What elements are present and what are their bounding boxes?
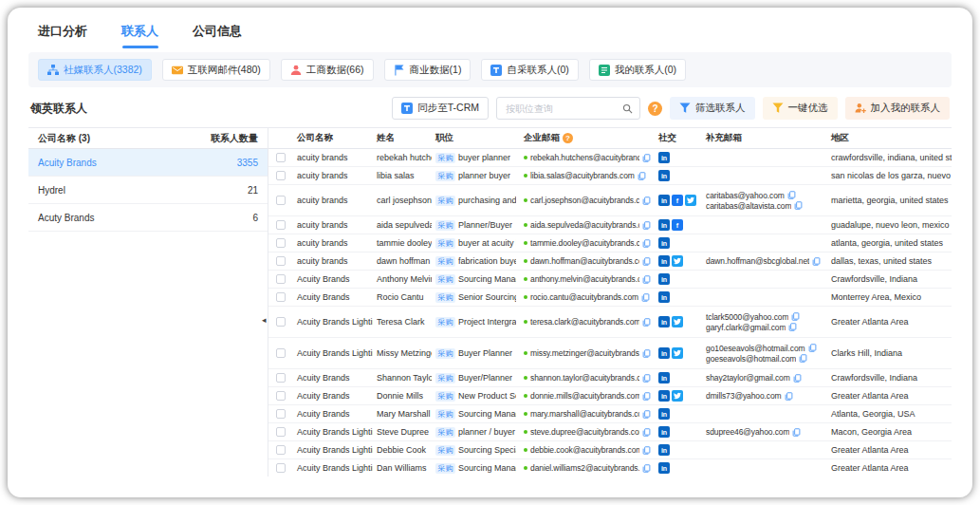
table-row[interactable]: acuity brandstammie dooley采购buyer at acu… xyxy=(268,234,952,252)
tab-import-analysis[interactable]: 进口分析 xyxy=(38,23,87,48)
add-to-my-contacts-button[interactable]: 加入我的联系人 xyxy=(845,97,951,120)
linkedin-icon[interactable]: in xyxy=(658,408,670,420)
copy-icon[interactable] xyxy=(642,349,651,358)
twitter-icon[interactable] xyxy=(685,195,696,206)
row-checkbox[interactable] xyxy=(276,220,286,230)
copy-icon[interactable] xyxy=(794,201,803,210)
facebook-icon[interactable]: f xyxy=(672,195,683,206)
search-input[interactable] xyxy=(504,103,622,115)
filter-contacts-button[interactable]: 筛选联系人 xyxy=(670,97,755,120)
row-checkbox[interactable] xyxy=(276,153,286,162)
row-checkbox[interactable] xyxy=(276,348,286,358)
row-checkbox[interactable] xyxy=(276,292,286,302)
row-checkbox[interactable] xyxy=(276,274,286,284)
table-row[interactable]: Acuity Brands LightingSteve Dupree采购plan… xyxy=(268,423,952,441)
table-row[interactable]: Acuity BrandsRocio Cantu采购Senior Sourcin… xyxy=(268,289,952,307)
search-icon[interactable] xyxy=(622,103,633,114)
copy-icon[interactable] xyxy=(791,312,800,321)
chip-business-registry-data[interactable]: 工商数据(66) xyxy=(281,59,374,81)
copy-icon[interactable] xyxy=(638,172,646,180)
help-icon[interactable]: ? xyxy=(648,102,662,116)
copy-icon[interactable] xyxy=(642,275,651,284)
company-row[interactable]: Acuity Brands3355 xyxy=(28,149,268,177)
linkedin-icon[interactable]: in xyxy=(658,195,670,206)
linkedin-icon[interactable]: in xyxy=(658,372,670,383)
table-row[interactable]: Acuity Brands LightingDebbie Cook采购Sourc… xyxy=(268,441,952,459)
chip-commercial-data[interactable]: 商业数据(1) xyxy=(384,59,472,81)
row-checkbox[interactable] xyxy=(276,171,286,180)
chip-my-contacts[interactable]: 我的联系人(0) xyxy=(589,59,686,81)
copy-icon[interactable] xyxy=(642,410,651,419)
row-checkbox[interactable] xyxy=(276,256,286,266)
copy-icon[interactable] xyxy=(792,428,801,437)
copy-icon[interactable] xyxy=(793,374,802,383)
tab-company-info[interactable]: 公司信息 xyxy=(193,23,242,48)
table-row[interactable]: acuity brandsaida sepulveda采购Planner/Buy… xyxy=(268,216,952,234)
collapse-panel-handle[interactable]: ◂ xyxy=(262,316,267,325)
linkedin-icon[interactable]: in xyxy=(658,170,670,181)
chip-social-media-contacts[interactable]: 社媒联系人(3382) xyxy=(38,59,152,81)
one-click-optimize-button[interactable]: 一键优选 xyxy=(763,97,838,120)
copy-icon[interactable] xyxy=(799,354,807,363)
copy-icon[interactable] xyxy=(642,239,651,248)
linkedin-icon[interactable]: in xyxy=(658,347,670,359)
linkedin-icon[interactable]: in xyxy=(658,462,670,474)
twitter-icon[interactable] xyxy=(672,255,683,267)
table-row[interactable]: acuity brandslibia salas采购planner buyerl… xyxy=(268,167,952,185)
copy-icon[interactable] xyxy=(788,323,797,331)
company-row[interactable]: Acuty Brands6 xyxy=(28,204,268,232)
table-row[interactable]: Acuity BrandsDonnie Mills采购New Product S… xyxy=(268,387,952,405)
table-row[interactable]: Acuity Brands LightingDan Williams采购Sour… xyxy=(268,459,952,477)
linkedin-icon[interactable]: in xyxy=(658,219,670,231)
twitter-icon[interactable] xyxy=(672,347,683,359)
linkedin-icon[interactable]: in xyxy=(658,273,670,285)
copy-icon[interactable] xyxy=(642,221,651,230)
linkedin-icon[interactable]: in xyxy=(658,291,670,303)
sync-to-tcrm-button[interactable]: 同步至T-CRM xyxy=(392,97,489,120)
copy-icon[interactable] xyxy=(642,318,651,327)
row-checkbox[interactable] xyxy=(276,409,286,419)
row-checkbox[interactable] xyxy=(276,317,286,327)
email-help-icon[interactable]: ? xyxy=(563,133,573,143)
copy-icon[interactable] xyxy=(641,293,650,302)
copy-icon[interactable] xyxy=(642,392,651,401)
copy-icon[interactable] xyxy=(642,428,651,437)
copy-icon[interactable] xyxy=(642,446,651,455)
chip-internet-emails[interactable]: 互联网邮件(480) xyxy=(162,59,270,81)
table-row[interactable]: acuity brandsrebekah hutchens采购buyer pla… xyxy=(268,149,952,167)
copy-icon[interactable] xyxy=(642,154,651,162)
tab-contacts[interactable]: 联系人 xyxy=(121,23,158,48)
copy-icon[interactable] xyxy=(642,464,651,473)
linkedin-icon[interactable]: in xyxy=(658,237,670,249)
linkedin-icon[interactable]: in xyxy=(658,316,670,327)
table-row[interactable]: Acuity Brands LightingTeresa Clark采购Proj… xyxy=(268,307,952,338)
linkedin-icon[interactable]: in xyxy=(658,152,670,163)
copy-icon[interactable] xyxy=(642,196,651,205)
copy-icon[interactable] xyxy=(785,392,793,401)
twitter-icon[interactable] xyxy=(672,390,683,402)
row-checkbox[interactable] xyxy=(276,238,286,248)
twitter-icon[interactable] xyxy=(672,316,683,327)
row-checkbox[interactable] xyxy=(276,463,286,473)
linkedin-icon[interactable]: in xyxy=(658,444,670,456)
table-row[interactable]: Acuity BrandsAnthony Melvin采购Sourcing Ma… xyxy=(268,271,952,289)
linkedin-icon[interactable]: in xyxy=(658,390,670,402)
row-checkbox[interactable] xyxy=(276,427,286,437)
row-checkbox[interactable] xyxy=(276,445,286,455)
chip-self-collected-contacts[interactable]: 自采联系人(0) xyxy=(481,59,578,81)
copy-icon[interactable] xyxy=(642,257,651,266)
table-row[interactable]: Acuity BrandsMary Marshall采购Sourcing Man… xyxy=(268,405,952,423)
facebook-icon[interactable]: f xyxy=(672,219,683,231)
copy-icon[interactable] xyxy=(812,257,821,266)
copy-icon[interactable] xyxy=(787,191,796,199)
table-row[interactable]: Acuity BrandsShannon Taylor采购Buyer/Plann… xyxy=(268,369,952,387)
linkedin-icon[interactable]: in xyxy=(658,426,670,438)
table-row[interactable]: Acuity Brands LightingMissy Metzinger采购B… xyxy=(268,338,952,369)
linkedin-icon[interactable]: in xyxy=(658,255,670,267)
table-row[interactable]: acuity brandscarl josephson采购purchasing … xyxy=(268,185,952,216)
copy-icon[interactable] xyxy=(808,344,817,352)
company-row[interactable]: Hydrel21 xyxy=(28,177,268,204)
row-checkbox[interactable] xyxy=(276,196,286,205)
row-checkbox[interactable] xyxy=(276,373,286,383)
table-row[interactable]: acuity brandsdawn hoffman采购fabrication b… xyxy=(268,252,952,271)
